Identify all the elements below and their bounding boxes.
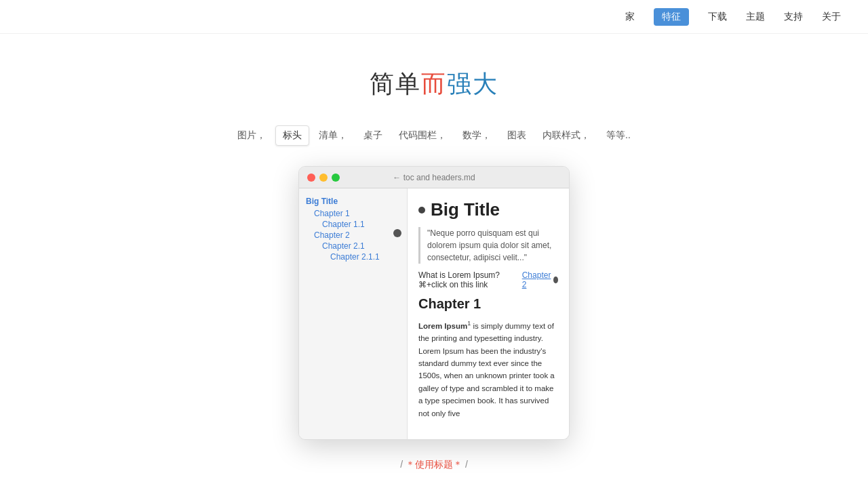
toc-pane: Big Title Chapter 1 Chapter 1.1 Chapter …: [299, 188, 408, 439]
toc-item-ch2-1-1[interactable]: Chapter 2.1.1: [306, 252, 400, 262]
link-scroll-dot: [553, 277, 558, 283]
editor-big-title: Big Title: [418, 199, 558, 220]
tab-lists[interactable]: 清单，: [312, 126, 354, 145]
toc-item-ch2[interactable]: Chapter 2: [306, 230, 400, 240]
editor-link-line: What is Lorem Ipsum? ⌘+click on this lin…: [418, 270, 558, 289]
window-titlebar: ← toc and headers.md: [299, 167, 569, 188]
toc-item-ch1[interactable]: Chapter 1: [306, 209, 400, 218]
footer-quote: ＊使用标题＊: [406, 459, 462, 470]
nav-download[interactable]: 下载: [708, 11, 727, 23]
tab-tables[interactable]: 桌子: [357, 126, 389, 145]
toc-root-title: Big Title: [306, 197, 400, 206]
blockquote-text: "Neque porro quisquam est qui dolorem ip…: [427, 228, 551, 262]
lorem-bold: Lorem Ipsum: [418, 322, 467, 330]
big-title-dot: [418, 207, 425, 214]
nav-home[interactable]: 家: [625, 11, 635, 23]
hero-title-text: 简单而强大: [370, 70, 498, 98]
app-window: ← toc and headers.md Big Title Chapter 1…: [298, 166, 570, 440]
link-line-text: What is Lorem Ipsum? ⌘+click on this lin…: [418, 270, 519, 289]
toc-scroll-indicator: [393, 229, 401, 237]
lorem-body: is simply dummy text of the printing and…: [418, 322, 555, 418]
nav-themes[interactable]: 主题: [746, 11, 765, 23]
traffic-light-yellow[interactable]: [319, 174, 328, 182]
window-body: Big Title Chapter 1 Chapter 1.1 Chapter …: [299, 188, 569, 439]
editor-pane: Big Title "Neque porro quisquam est qui …: [408, 188, 569, 439]
tab-charts[interactable]: 图表: [500, 126, 533, 145]
tab-math[interactable]: 数学，: [456, 126, 498, 145]
feature-tabs: 图片， 标头 清单， 桌子 代码围栏， 数学， 图表 内联样式， 等等..: [231, 125, 637, 146]
chapter2-link[interactable]: Chapter 2: [522, 270, 551, 289]
nav-features[interactable]: 特征: [654, 8, 689, 26]
toc-item-ch1-1[interactable]: Chapter 1.1: [306, 220, 400, 229]
traffic-light-red[interactable]: [307, 174, 315, 182]
tab-more[interactable]: 等等..: [599, 126, 637, 145]
main-content: 简单而强大 图片， 标头 清单， 桌子 代码围栏， 数学， 图表 内联样式， 等…: [0, 34, 868, 471]
tab-inline[interactable]: 内联样式，: [536, 126, 597, 145]
tab-codeblocks[interactable]: 代码围栏，: [392, 126, 453, 145]
traffic-lights: [307, 174, 340, 182]
footer-prefix: /: [400, 459, 403, 470]
toc-item-ch2-1[interactable]: Chapter 2.1: [306, 241, 400, 251]
editor-big-title-text: Big Title: [431, 199, 500, 220]
nav-support[interactable]: 支持: [784, 11, 803, 23]
tab-headers[interactable]: 标头: [275, 125, 309, 146]
chapter1-heading: Chapter 1: [418, 296, 558, 312]
nav-about[interactable]: 关于: [822, 11, 841, 23]
window-title-text: ← toc and headers.md: [393, 173, 475, 182]
hero-title: 简单而强大: [370, 68, 498, 101]
footer-suffix: /: [465, 459, 468, 470]
footer: / ＊使用标题＊ /: [400, 459, 468, 471]
lorem-paragraph: Lorem Ipsum1 is simply dummy text of the…: [418, 319, 558, 420]
editor-blockquote: "Neque porro quisquam est qui dolorem ip…: [418, 227, 558, 264]
tab-images[interactable]: 图片，: [231, 126, 273, 145]
traffic-light-green[interactable]: [332, 174, 340, 182]
navbar: 家 特征 下载 主题 支持 关于: [0, 0, 868, 34]
